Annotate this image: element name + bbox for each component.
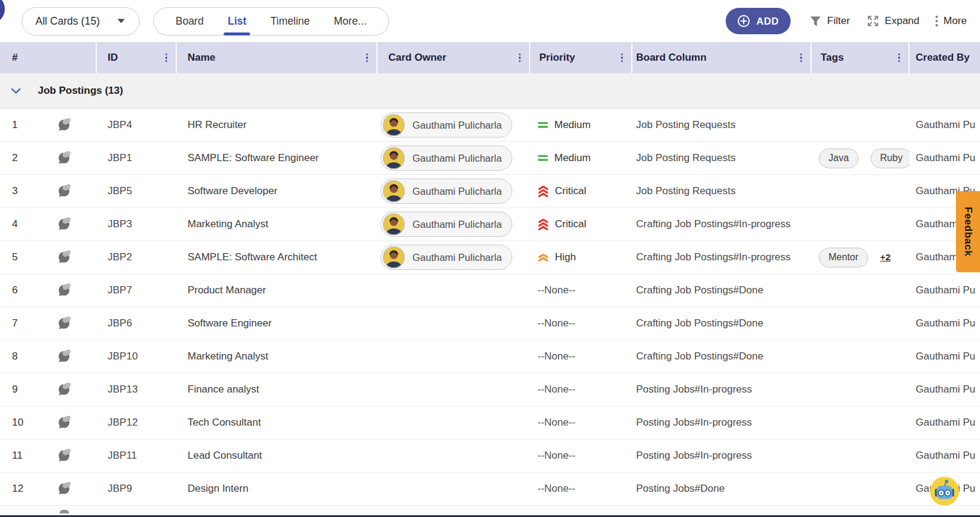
card-name[interactable]: Finance analyst	[188, 384, 259, 396]
card-owner-chip[interactable]: Gauthami Pulicharla	[381, 212, 512, 237]
tab-timeline[interactable]: Timeline	[271, 8, 310, 35]
column-header-owner[interactable]: Card Owner	[378, 42, 530, 73]
assistant-fab[interactable]	[930, 477, 959, 506]
column-header-board[interactable]: Board Column	[632, 42, 812, 73]
column-label: Priority	[539, 52, 575, 64]
table-row[interactable]: 8 JBP10 Marketing Analyst --None-- Craft…	[0, 340, 980, 373]
column-header-created[interactable]: Created By	[910, 42, 980, 73]
owner-avatar	[383, 213, 405, 235]
card-owner-chip[interactable]: Gauthami Pulicharla	[381, 145, 512, 171]
column-header-priority[interactable]: Priority	[530, 42, 632, 73]
table-row[interactable]: 5 JBP2 SAMPLE: Software Architect Gautha…	[0, 241, 980, 274]
cell-card-name[interactable]: HR Recruiter	[177, 119, 378, 131]
card-owner-chip[interactable]: Gauthami Pulicharla	[381, 245, 512, 270]
more-tags-link[interactable]: +2	[880, 252, 891, 263]
card-id: JBP13	[108, 384, 138, 396]
next-row-pin-sliver	[60, 510, 69, 513]
row-number: 9	[12, 384, 57, 396]
cell-card-name[interactable]: Lead Consultant	[177, 450, 378, 462]
table-body: 1 JBP4 HR Recruiter Gauthami Pulicharla …	[0, 109, 980, 506]
table-row[interactable]: 3 JBP5 Software Developer Gauthami Pulic…	[0, 175, 980, 208]
card-name[interactable]: Design Intern	[188, 483, 248, 495]
card-name[interactable]: Software Engineer	[188, 317, 272, 329]
table-row[interactable]: 12 JBP9 Design Intern --None-- Posting J…	[0, 473, 980, 506]
table-row[interactable]: 10 JBP12 Tech Consultant --None-- Postin…	[0, 406, 980, 439]
column-menu-icon[interactable]	[366, 54, 368, 63]
feedback-tab[interactable]: Feedback	[956, 191, 980, 272]
column-menu-icon[interactable]	[165, 54, 167, 63]
add-button[interactable]: ADD	[726, 8, 791, 34]
card-name[interactable]: Lead Consultant	[188, 450, 262, 462]
cell-card-name[interactable]: Design Intern	[177, 483, 378, 495]
row-number: 5	[12, 251, 57, 263]
comment-paperclip-icon	[57, 216, 73, 233]
cell-card-name[interactable]: Marketing Analyst	[177, 218, 378, 230]
column-menu-icon[interactable]	[519, 54, 521, 63]
collapse-chevron-icon[interactable]	[11, 88, 21, 94]
cell-card-name[interactable]: SAMPLE: Software Engineer	[177, 152, 378, 164]
cell-card-id: JBP13	[97, 384, 177, 396]
table-row[interactable]: 1 JBP4 HR Recruiter Gauthami Pulicharla …	[0, 109, 980, 142]
table-row[interactable]: 11 JBP11 Lead Consultant --None-- Postin…	[0, 439, 980, 473]
created-by-value: Gauthami Pu	[916, 417, 975, 429]
priority-none: --None--	[537, 417, 575, 429]
cell-card-name[interactable]: Product Manager	[177, 284, 378, 296]
cell-board-column: Posting Jobs#In-progress	[632, 450, 812, 462]
card-owner-chip[interactable]: Gauthami Pulicharla	[381, 112, 512, 138]
table-row[interactable]: 2 JBP1 SAMPLE: Software Engineer Gautham…	[0, 142, 980, 175]
card-name[interactable]: Product Manager	[188, 284, 266, 296]
column-menu-icon[interactable]	[621, 54, 623, 63]
tag-pill[interactable]: Java	[819, 148, 859, 168]
cell-card-name[interactable]: Finance analyst	[177, 384, 378, 396]
cell-card-name[interactable]: Marketing Analyst	[177, 350, 378, 363]
card-name[interactable]: Marketing Analyst	[188, 218, 268, 230]
cell-card-name[interactable]: Tech Consultant	[177, 417, 378, 429]
priority-label: Critical	[555, 218, 586, 230]
card-name[interactable]: Marketing Analyst	[188, 350, 268, 363]
filter-button[interactable]: Filter	[809, 15, 850, 28]
tab-more[interactable]: More...	[334, 8, 366, 35]
comment-paperclip-icon	[57, 480, 73, 497]
created-by-value: Gauthami Pu	[916, 384, 975, 396]
tab-board[interactable]: Board	[176, 8, 204, 35]
cell-priority: --None--	[530, 284, 632, 296]
column-header-name[interactable]: Name	[177, 42, 378, 73]
more-button[interactable]: More	[936, 15, 967, 27]
tag-pill[interactable]: Ruby	[871, 148, 910, 168]
table-row[interactable]: 7 JBP6 Software Engineer --None-- Crafti…	[0, 307, 980, 340]
card-name[interactable]: SAMPLE: Software Architect	[188, 251, 317, 263]
expand-button[interactable]: Expand	[866, 14, 920, 28]
tag-pill[interactable]: Mentor	[819, 248, 868, 268]
cell-row-number: 8	[0, 348, 97, 365]
cell-row-number: 6	[0, 282, 97, 299]
card-id: JBP2	[108, 251, 132, 263]
tab-list[interactable]: List	[228, 8, 247, 35]
column-menu-icon[interactable]	[800, 54, 802, 63]
table-row[interactable]: 4 JBP3 Marketing Analyst Gauthami Pulich…	[0, 208, 980, 241]
priority-medium-icon	[537, 154, 548, 162]
cell-card-name[interactable]: Software Developer	[177, 185, 378, 197]
cell-priority: Medium	[530, 152, 632, 164]
priority-label: High	[555, 251, 576, 263]
table-row[interactable]: 6 JBP7 Product Manager --None-- Crafting…	[0, 274, 980, 307]
group-row-job-postings[interactable]: Job Postings (13)	[0, 73, 980, 109]
cell-priority: --None--	[530, 483, 632, 495]
cell-card-name[interactable]: Software Engineer	[177, 317, 378, 329]
card-owner-chip[interactable]: Gauthami Pulicharla	[381, 179, 512, 204]
column-header-num[interactable]: #	[0, 42, 97, 73]
column-header-tags[interactable]: Tags	[812, 42, 910, 73]
cell-card-name[interactable]: SAMPLE: Software Architect	[177, 251, 378, 263]
card-name[interactable]: Tech Consultant	[188, 417, 261, 429]
cards-filter-dropdown[interactable]: All Cards (15)	[22, 7, 139, 35]
column-menu-icon[interactable]	[898, 54, 900, 63]
created-by-value: Gauthami Pu	[916, 350, 975, 363]
owner-name: Gauthami Pulicharla	[412, 252, 502, 263]
cell-created-by: Gauthami Pu	[910, 317, 975, 329]
cell-board-column: Job Posting Requests	[632, 152, 812, 164]
card-name[interactable]: Software Developer	[188, 185, 277, 197]
column-header-id[interactable]: ID	[97, 42, 177, 73]
table-row[interactable]: 9 JBP13 Finance analyst --None-- Posting…	[0, 373, 980, 406]
card-name[interactable]: HR Recruiter	[188, 119, 247, 131]
priority-critical-icon	[537, 218, 549, 230]
card-name[interactable]: SAMPLE: Software Engineer	[188, 152, 319, 164]
